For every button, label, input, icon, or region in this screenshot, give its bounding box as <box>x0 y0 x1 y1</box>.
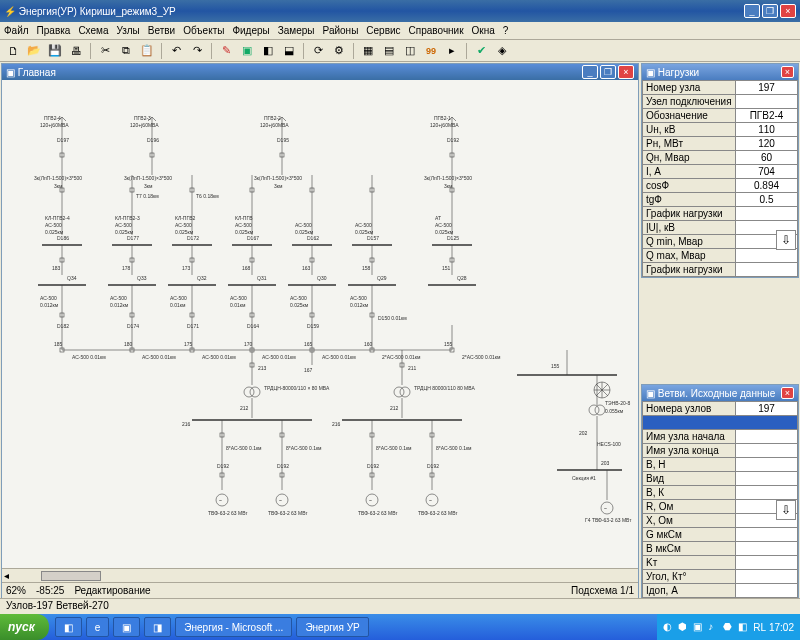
ruler-icon[interactable]: ▤ <box>380 42 398 60</box>
svg-point-229 <box>589 405 599 415</box>
paste-icon[interactable]: 📋 <box>138 42 156 60</box>
layer-icon[interactable]: ◫ <box>401 42 419 60</box>
svg-text:ТВФ-63-2 63 МВт: ТВФ-63-2 63 МВт <box>418 510 458 516</box>
svg-text:ТРДЦН-80000/110 × 80 МВА: ТРДЦН-80000/110 × 80 МВА <box>264 385 330 391</box>
svg-text:120+j60МВА: 120+j60МВА <box>260 122 289 128</box>
menu-Файл[interactable]: Файл <box>4 25 29 36</box>
undo-icon[interactable]: ↶ <box>167 42 185 60</box>
h-scrollbar[interactable]: ◂ <box>2 568 638 582</box>
svg-point-177 <box>250 387 260 397</box>
menu-Объекты[interactable]: Объекты <box>183 25 224 36</box>
menu-Окна[interactable]: Окна <box>472 25 495 36</box>
svg-point-222 <box>426 494 438 506</box>
menu-Ветви[interactable]: Ветви <box>148 25 175 36</box>
svg-text:АС-500: АС-500 <box>290 295 307 301</box>
nagruzki-table[interactable]: Номер узла197Узел подключенияОбозначение… <box>642 80 798 277</box>
svg-text:D164: D164 <box>247 323 259 329</box>
print-icon[interactable]: 🖶 <box>67 42 85 60</box>
svg-text:165: 165 <box>304 341 313 347</box>
close-button[interactable]: × <box>780 4 796 18</box>
svg-text:3км: 3км <box>274 183 283 189</box>
svg-text:D171: D171 <box>187 323 199 329</box>
svg-text:~: ~ <box>279 497 282 503</box>
tool-icon[interactable]: ▣ <box>238 42 256 60</box>
flag-icon[interactable]: ▸ <box>443 42 461 60</box>
menu-Справочник[interactable]: Справочник <box>409 25 464 36</box>
svg-text:~: ~ <box>369 497 372 503</box>
grid-icon[interactable]: ▦ <box>359 42 377 60</box>
app-icon: ⚡ <box>4 6 16 17</box>
menu-Районы[interactable]: Районы <box>323 25 359 36</box>
quick-launch[interactable]: e <box>86 617 110 637</box>
toolbar: 🗋 📂 💾 🖶 ✂ ⧉ 📋 ↶ ↷ ✎ ▣ ◧ ⬓ ⟳ ⚙ ▦ ▤ ◫ 99 ▸… <box>0 40 800 62</box>
check-icon[interactable]: ✔ <box>472 42 490 60</box>
open-icon[interactable]: 📂 <box>25 42 43 60</box>
tool-icon[interactable]: ◧ <box>259 42 277 60</box>
quick-launch[interactable]: ◨ <box>144 617 171 637</box>
panel-vetvi-title[interactable]: ▣ Ветви. Исходные данные × <box>642 385 798 401</box>
quick-launch[interactable]: ◧ <box>55 617 82 637</box>
svg-text:D197: D197 <box>57 137 69 143</box>
copy-icon[interactable]: ⧉ <box>117 42 135 60</box>
svg-text:Q34: Q34 <box>67 275 77 281</box>
maximize-button[interactable]: ❐ <box>762 4 778 18</box>
schematic-canvas[interactable]: ПГВ2-4120+j60МВАD1973к(ЛпП-1:500)×3*5003… <box>2 80 638 568</box>
zoom-level: 62% <box>6 585 26 596</box>
down-arrow-icon[interactable]: ⇩ <box>776 230 796 250</box>
vetvi-table[interactable]: Номера узлов197Имя узла началаИмя узла к… <box>642 401 798 598</box>
panel-close[interactable]: × <box>781 387 794 399</box>
svg-text:АС-500: АС-500 <box>45 222 62 228</box>
child-close[interactable]: × <box>618 65 634 79</box>
svg-text:3к(ЛпП-1:500)×3*500: 3к(ЛпП-1:500)×3*500 <box>424 175 472 181</box>
menu-Схема[interactable]: Схема <box>78 25 108 36</box>
svg-text:D192: D192 <box>367 463 379 469</box>
tool-icon[interactable]: ⬓ <box>280 42 298 60</box>
svg-text:185: 185 <box>54 341 63 347</box>
new-icon[interactable]: 🗋 <box>4 42 22 60</box>
panel-close[interactable]: × <box>781 66 794 78</box>
menu-?[interactable]: ? <box>503 25 509 36</box>
svg-text:160: 160 <box>364 341 373 347</box>
menu-Замеры[interactable]: Замеры <box>278 25 315 36</box>
redo-icon[interactable]: ↷ <box>188 42 206 60</box>
svg-text:D192: D192 <box>427 463 439 469</box>
save-icon[interactable]: 💾 <box>46 42 64 60</box>
child-maximize[interactable]: ❐ <box>600 65 616 79</box>
minimize-button[interactable]: _ <box>744 4 760 18</box>
tool-99[interactable]: 99 <box>422 42 440 60</box>
tool-icon[interactable]: ✎ <box>217 42 235 60</box>
svg-text:АС-500 0.01км: АС-500 0.01км <box>142 354 176 360</box>
panel-nagruzki-title[interactable]: ▣ Нагрузки × <box>642 64 798 80</box>
refresh-icon[interactable]: ⟳ <box>309 42 327 60</box>
menu-Сервис[interactable]: Сервис <box>366 25 400 36</box>
cut-icon[interactable]: ✂ <box>96 42 114 60</box>
system-tray[interactable]: ◐⬢▣♪⬣◧ RL 17:02 <box>657 614 800 640</box>
clock: 17:02 <box>769 622 794 633</box>
svg-text:D192: D192 <box>277 463 289 469</box>
taskbar-task[interactable]: Энергия - Microsoft ... <box>175 617 292 637</box>
start-button[interactable]: пуск <box>0 614 49 640</box>
svg-text:D159: D159 <box>307 323 319 329</box>
svg-point-241 <box>601 502 613 514</box>
svg-text:158: 158 <box>362 265 371 271</box>
menu-Фидеры[interactable]: Фидеры <box>232 25 269 36</box>
menu-Правка[interactable]: Правка <box>37 25 71 36</box>
menu-Узлы[interactable]: Узлы <box>116 25 139 36</box>
svg-text:АС-500: АС-500 <box>295 222 312 228</box>
window-title: Энергия(УР) Кириши_режим3_УР <box>19 6 176 17</box>
quick-launch[interactable]: ▣ <box>113 617 140 637</box>
lang-indicator[interactable]: RL <box>753 622 766 633</box>
svg-text:ТВФ-63-2 63 МВт: ТВФ-63-2 63 МВт <box>208 510 248 516</box>
svg-text:D174: D174 <box>127 323 139 329</box>
down-arrow-icon[interactable]: ⇩ <box>776 500 796 520</box>
tool-icon[interactable]: ◈ <box>493 42 511 60</box>
svg-text:АС-500: АС-500 <box>355 222 372 228</box>
gear-icon[interactable]: ⚙ <box>330 42 348 60</box>
svg-point-214 <box>366 494 378 506</box>
svg-text:~: ~ <box>219 497 222 503</box>
svg-text:ТВФ-63-2 63 МВт: ТВФ-63-2 63 МВт <box>268 510 308 516</box>
svg-text:Q31: Q31 <box>257 275 267 281</box>
child-minimize[interactable]: _ <box>582 65 598 79</box>
taskbar-task[interactable]: Энергия УР <box>296 617 368 637</box>
svg-text:0.01км: 0.01км <box>170 302 186 308</box>
